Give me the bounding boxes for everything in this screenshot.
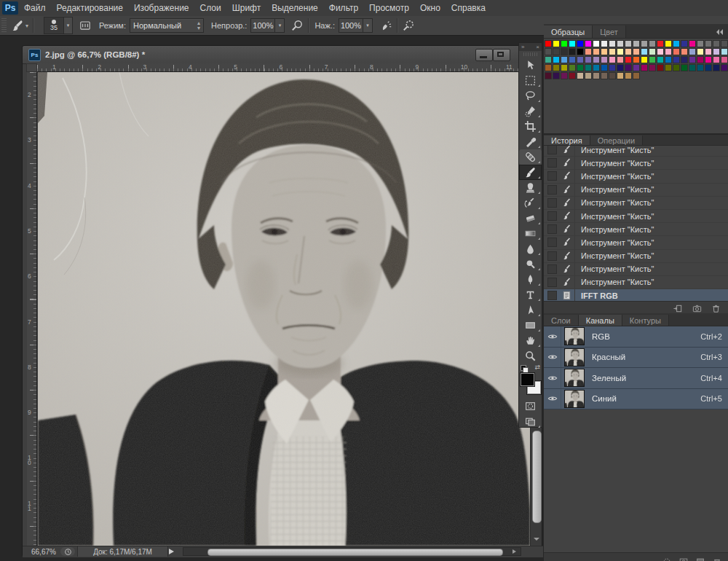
color-swatch[interactable] xyxy=(697,64,704,71)
collapse-panel-icon[interactable] xyxy=(713,26,725,35)
menu-item-2[interactable]: Редактирование xyxy=(57,3,123,13)
new-channel-icon[interactable] xyxy=(695,557,705,561)
horizontal-scrollbar[interactable] xyxy=(183,547,521,556)
pressure-opacity-icon[interactable] xyxy=(290,19,304,32)
status-clock-icon[interactable] xyxy=(60,547,75,556)
color-swatch[interactable] xyxy=(689,40,696,47)
horizontal-ruler[interactable]: 1234567891011 xyxy=(37,63,542,72)
opacity-field[interactable]: 100% xyxy=(250,18,275,33)
color-swatch[interactable] xyxy=(561,40,568,47)
new-snapshot-camera-icon[interactable] xyxy=(692,303,703,314)
color-swatch[interactable] xyxy=(569,64,576,71)
document-size-info[interactable]: Док: 6,17M/6,17M xyxy=(77,546,168,557)
color-swatch[interactable] xyxy=(625,48,632,55)
tool-blur[interactable] xyxy=(519,241,542,256)
color-swatch[interactable] xyxy=(681,56,688,63)
color-swatch[interactable] xyxy=(721,64,728,71)
color-swatch[interactable] xyxy=(721,48,728,55)
tool-lasso[interactable] xyxy=(519,88,542,103)
tools-panel-grip[interactable] xyxy=(523,52,537,56)
tool-preset-brush-icon[interactable] xyxy=(11,19,24,32)
foreground-color-chip[interactable] xyxy=(521,373,534,386)
color-swatch[interactable] xyxy=(609,48,616,55)
opacity-caret[interactable]: ▾ xyxy=(275,18,285,33)
tool-gradient[interactable] xyxy=(519,226,542,241)
scroll-right-arrow-icon[interactable] xyxy=(513,549,518,554)
tab-swatches[interactable]: Образцы xyxy=(544,26,593,38)
tab-layers[interactable]: Слои xyxy=(544,315,579,326)
history-item[interactable]: Инструмент "Кисть" xyxy=(544,223,728,236)
color-swatch[interactable] xyxy=(657,40,664,47)
history-item[interactable]: Инструмент "Кисть" xyxy=(544,276,728,289)
save-selection-icon[interactable] xyxy=(678,557,689,561)
color-swatch[interactable] xyxy=(641,48,648,55)
color-swatch[interactable] xyxy=(577,72,584,79)
color-swatch[interactable] xyxy=(577,64,584,71)
swap-colors-icon[interactable]: ⇄ xyxy=(534,364,540,371)
history-item[interactable]: Инструмент "Кисть" xyxy=(544,146,728,157)
color-swatch[interactable] xyxy=(713,40,720,47)
color-swatch[interactable] xyxy=(673,56,680,63)
tab-history[interactable]: История xyxy=(544,136,590,145)
color-swatch[interactable] xyxy=(705,40,712,47)
load-selection-icon[interactable] xyxy=(662,557,672,561)
color-swatch[interactable] xyxy=(561,56,568,63)
color-swatch[interactable] xyxy=(697,40,704,47)
color-swatch[interactable] xyxy=(553,48,560,55)
tool-quick-mask[interactable] xyxy=(519,399,542,414)
vertical-scroll-thumb[interactable] xyxy=(532,431,542,523)
menu-item-3[interactable]: Изображение xyxy=(134,3,189,13)
menu-item-4[interactable]: Слои xyxy=(200,3,221,13)
color-swatch[interactable] xyxy=(673,40,680,47)
color-swatch[interactable] xyxy=(641,40,648,47)
tools-panel-header[interactable]: » × xyxy=(519,43,542,51)
history-brush-source-well[interactable] xyxy=(547,238,557,247)
history-item[interactable]: Инструмент "Кисть" xyxy=(544,170,728,183)
expand-panel-icon[interactable]: » xyxy=(521,44,524,50)
color-swatch[interactable] xyxy=(673,48,680,55)
history-item[interactable]: Инструмент "Кисть" xyxy=(544,263,728,276)
tool-clone-stamp[interactable] xyxy=(519,180,542,195)
menu-item-9[interactable]: Окно xyxy=(420,3,440,13)
color-swatch[interactable] xyxy=(641,64,648,71)
menu-item-7[interactable]: Фильтр xyxy=(329,3,358,13)
history-item[interactable]: Инструмент "Кисть" xyxy=(544,236,728,249)
new-document-from-state-icon[interactable] xyxy=(673,303,684,314)
color-swatch[interactable] xyxy=(713,64,720,71)
tab-color[interactable]: Цвет xyxy=(593,26,626,38)
toggle-brush-panel-icon[interactable] xyxy=(79,19,92,32)
tool-type[interactable] xyxy=(519,287,542,302)
color-swatch[interactable] xyxy=(713,56,720,63)
color-swatch[interactable] xyxy=(577,48,584,55)
color-swatch[interactable] xyxy=(545,72,552,79)
color-swatch[interactable] xyxy=(649,64,656,71)
tool-hand[interactable] xyxy=(519,333,542,348)
history-brush-source-well[interactable] xyxy=(547,171,557,181)
menu-item-5[interactable]: Шрифт xyxy=(232,3,261,13)
color-swatch[interactable] xyxy=(721,56,728,63)
color-swatch[interactable] xyxy=(617,48,624,55)
color-swatch[interactable] xyxy=(665,40,672,47)
color-swatch[interactable] xyxy=(569,56,576,63)
menu-item-10[interactable]: Справка xyxy=(451,3,486,13)
color-swatch[interactable] xyxy=(561,48,568,55)
color-swatch[interactable] xyxy=(649,48,656,55)
tool-pen[interactable] xyxy=(519,272,542,287)
color-swatch[interactable] xyxy=(705,56,712,63)
color-swatch[interactable] xyxy=(665,64,672,71)
visibility-eye-icon[interactable] xyxy=(544,368,561,388)
color-swatch[interactable] xyxy=(617,72,624,79)
color-swatch[interactable] xyxy=(593,40,600,47)
color-swatch[interactable] xyxy=(601,72,608,79)
history-brush-source-well[interactable] xyxy=(547,251,557,261)
close-panel-icon[interactable]: × xyxy=(536,44,539,50)
history-item[interactable]: Инструмент "Кисть" xyxy=(544,210,728,223)
color-swatch[interactable] xyxy=(705,64,712,71)
history-brush-source-well[interactable] xyxy=(547,291,557,300)
brush-preset-picker[interactable]: 35 xyxy=(44,17,64,34)
tool-eyedropper[interactable] xyxy=(519,134,542,149)
tool-rectangle[interactable] xyxy=(519,318,542,333)
color-swatch[interactable] xyxy=(553,64,560,71)
color-swatch[interactable] xyxy=(593,48,600,55)
tool-path-selection[interactable] xyxy=(519,302,542,318)
